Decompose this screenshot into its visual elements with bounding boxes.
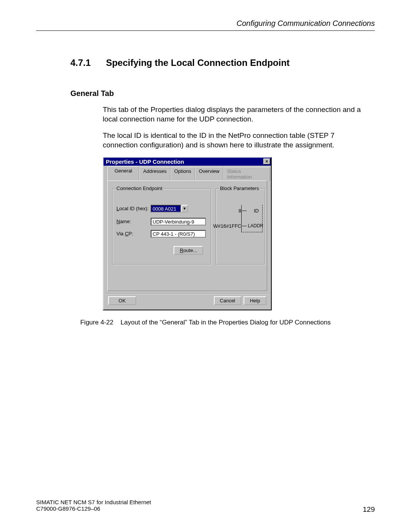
block-param-id-value: 8	[239, 208, 241, 214]
groupbox-legend: Block Parameters	[219, 185, 260, 191]
route-button[interactable]: Route...	[174, 246, 203, 255]
tab-bar: General Addresses Options Overview Statu…	[104, 167, 270, 181]
dialog-title: Properties - UDP Connection	[106, 158, 184, 165]
subsection-heading: General Tab	[70, 89, 375, 98]
groupbox-block-parameters: Block Parameters 8 ID W#16#1FFC LADDR	[216, 189, 265, 265]
page-number: 129	[363, 505, 375, 514]
block-param-laddr-value: W#16#1FFC	[213, 223, 241, 229]
local-id-field[interactable]: 0008 A021	[151, 205, 181, 212]
chevron-down-icon[interactable]: ▼	[181, 205, 188, 212]
section-heading: 4.7.1 Specifying the Local Connection En…	[70, 58, 375, 68]
close-icon[interactable]: ×	[263, 158, 270, 165]
running-header: Configuring Communication Connections	[36, 19, 375, 31]
block-diagram-icon	[241, 205, 263, 232]
properties-dialog: Properties - UDP Connection × General Ad…	[103, 157, 272, 310]
ok-button[interactable]: OK	[108, 296, 136, 305]
via-cp-field[interactable]: CP 443-1 - (R0/S7)	[151, 230, 206, 238]
via-cp-label: Via CP:	[116, 231, 149, 236]
tab-panel-general: Connection Endpoint Local ID (hex): 0008…	[107, 181, 267, 291]
footer-line1: SIMATIC NET NCM S7 for Industrial Ethern…	[36, 499, 375, 505]
body-paragraph: The local ID is identical to the ID in t…	[103, 131, 367, 150]
section-number: 4.7.1	[70, 58, 91, 68]
footer-doc-id: C79000-G8976-C129–06	[36, 505, 100, 514]
tab-options[interactable]: Options	[170, 167, 195, 181]
name-label: Name:	[116, 219, 149, 224]
groupbox-connection-endpoint: Connection Endpoint Local ID (hex): 0008…	[112, 189, 211, 265]
dialog-titlebar[interactable]: Properties - UDP Connection ×	[104, 158, 271, 166]
figure-caption: Figure 4-22 Layout of the “General” Tab …	[36, 319, 375, 326]
page-footer: SIMATIC NET NCM S7 for Industrial Ethern…	[36, 499, 375, 514]
dialog-button-bar: OK Cancel Help	[104, 294, 270, 309]
tab-status-information: Status Information	[223, 167, 270, 181]
body-paragraph: This tab of the Properties dialog displa…	[103, 105, 367, 124]
name-field[interactable]: UDP-Verbindung-9	[151, 218, 206, 225]
groupbox-legend: Connection Endpoint	[116, 185, 163, 191]
tab-addresses[interactable]: Addresses	[139, 167, 170, 181]
tab-overview[interactable]: Overview	[195, 167, 223, 181]
help-button[interactable]: Help	[244, 296, 266, 305]
tab-general[interactable]: General	[107, 166, 139, 181]
section-title: Specifying the Local Connection Endpoint	[106, 58, 290, 68]
local-id-label: Local ID (hex):	[116, 206, 149, 211]
cancel-button[interactable]: Cancel	[214, 296, 241, 305]
